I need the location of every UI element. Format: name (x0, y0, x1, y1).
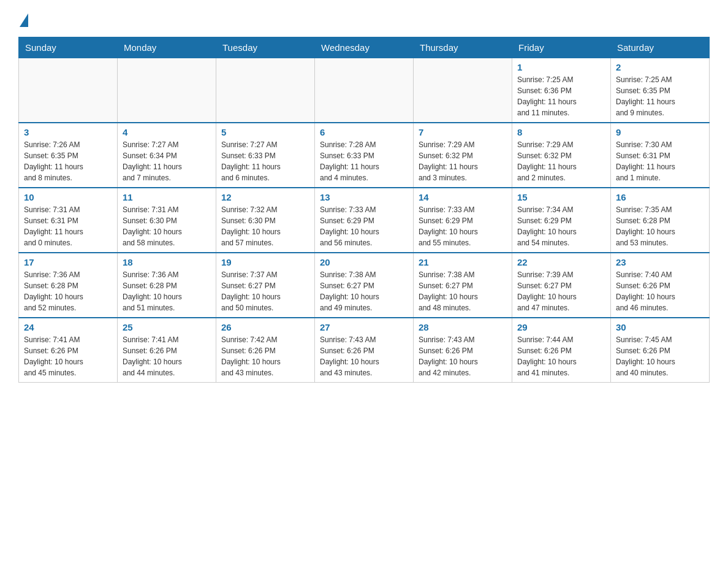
calendar-cell: 29Sunrise: 7:44 AM Sunset: 6:26 PM Dayli… (512, 318, 611, 383)
page-header (18, 12, 710, 27)
day-info: Sunrise: 7:42 AM Sunset: 6:26 PM Dayligh… (221, 334, 309, 378)
calendar-week-row-0: 1Sunrise: 7:25 AM Sunset: 6:36 PM Daylig… (19, 58, 710, 123)
calendar-week-row-3: 17Sunrise: 7:36 AM Sunset: 6:28 PM Dayli… (19, 253, 710, 318)
day-info: Sunrise: 7:38 AM Sunset: 6:27 PM Dayligh… (419, 269, 507, 313)
weekday-header-tuesday: Tuesday (216, 37, 315, 58)
day-info: Sunrise: 7:27 AM Sunset: 6:34 PM Dayligh… (123, 139, 211, 183)
day-info: Sunrise: 7:45 AM Sunset: 6:26 PM Dayligh… (616, 334, 704, 378)
calendar-cell: 15Sunrise: 7:34 AM Sunset: 6:29 PM Dayli… (512, 188, 611, 253)
day-number: 7 (419, 127, 507, 137)
weekday-header-sunday: Sunday (19, 37, 118, 58)
calendar-cell: 14Sunrise: 7:33 AM Sunset: 6:29 PM Dayli… (414, 188, 512, 253)
day-number: 9 (616, 127, 704, 137)
day-info: Sunrise: 7:25 AM Sunset: 6:36 PM Dayligh… (517, 74, 605, 118)
logo-triangle-icon (20, 13, 28, 27)
calendar-cell: 2Sunrise: 7:25 AM Sunset: 6:35 PM Daylig… (611, 58, 710, 123)
weekday-header-friday: Friday (512, 37, 611, 58)
calendar-cell: 20Sunrise: 7:38 AM Sunset: 6:27 PM Dayli… (315, 253, 414, 318)
calendar-cell: 18Sunrise: 7:36 AM Sunset: 6:28 PM Dayli… (118, 253, 216, 318)
day-number: 23 (616, 257, 704, 267)
calendar-cell: 27Sunrise: 7:43 AM Sunset: 6:26 PM Dayli… (315, 318, 414, 383)
day-info: Sunrise: 7:41 AM Sunset: 6:26 PM Dayligh… (123, 334, 211, 378)
calendar-cell (315, 58, 414, 123)
day-number: 10 (24, 192, 112, 202)
calendar-cell (19, 58, 118, 123)
calendar-cell: 23Sunrise: 7:40 AM Sunset: 6:26 PM Dayli… (611, 253, 710, 318)
day-number: 24 (24, 322, 112, 332)
day-info: Sunrise: 7:37 AM Sunset: 6:27 PM Dayligh… (221, 269, 309, 313)
day-info: Sunrise: 7:31 AM Sunset: 6:31 PM Dayligh… (24, 204, 112, 248)
day-info: Sunrise: 7:27 AM Sunset: 6:33 PM Dayligh… (221, 139, 309, 183)
calendar-cell: 1Sunrise: 7:25 AM Sunset: 6:36 PM Daylig… (512, 58, 611, 123)
day-number: 25 (123, 322, 211, 332)
calendar-cell: 12Sunrise: 7:32 AM Sunset: 6:30 PM Dayli… (216, 188, 315, 253)
calendar-cell: 4Sunrise: 7:27 AM Sunset: 6:34 PM Daylig… (118, 123, 216, 188)
calendar-cell: 26Sunrise: 7:42 AM Sunset: 6:26 PM Dayli… (216, 318, 315, 383)
day-info: Sunrise: 7:28 AM Sunset: 6:33 PM Dayligh… (320, 139, 408, 183)
calendar-table: SundayMondayTuesdayWednesdayThursdayFrid… (18, 37, 710, 383)
calendar-cell (414, 58, 512, 123)
day-number: 13 (320, 192, 408, 202)
calendar-cell: 22Sunrise: 7:39 AM Sunset: 6:27 PM Dayli… (512, 253, 611, 318)
day-info: Sunrise: 7:38 AM Sunset: 6:27 PM Dayligh… (320, 269, 408, 313)
weekday-header-thursday: Thursday (414, 37, 512, 58)
calendar-cell: 11Sunrise: 7:31 AM Sunset: 6:30 PM Dayli… (118, 188, 216, 253)
day-number: 22 (517, 257, 605, 267)
calendar-cell: 7Sunrise: 7:29 AM Sunset: 6:32 PM Daylig… (414, 123, 512, 188)
calendar-cell: 13Sunrise: 7:33 AM Sunset: 6:29 PM Dayli… (315, 188, 414, 253)
logo (18, 12, 29, 27)
day-number: 30 (616, 322, 704, 332)
day-info: Sunrise: 7:39 AM Sunset: 6:27 PM Dayligh… (517, 269, 605, 313)
day-number: 2 (616, 62, 704, 72)
day-number: 14 (419, 192, 507, 202)
day-info: Sunrise: 7:36 AM Sunset: 6:28 PM Dayligh… (24, 269, 112, 313)
calendar-cell: 3Sunrise: 7:26 AM Sunset: 6:35 PM Daylig… (19, 123, 118, 188)
calendar-cell: 17Sunrise: 7:36 AM Sunset: 6:28 PM Dayli… (19, 253, 118, 318)
weekday-header-wednesday: Wednesday (315, 37, 414, 58)
day-info: Sunrise: 7:26 AM Sunset: 6:35 PM Dayligh… (24, 139, 112, 183)
day-info: Sunrise: 7:44 AM Sunset: 6:26 PM Dayligh… (517, 334, 605, 378)
day-number: 5 (221, 127, 309, 137)
weekday-header-monday: Monday (118, 37, 216, 58)
day-info: Sunrise: 7:33 AM Sunset: 6:29 PM Dayligh… (320, 204, 408, 248)
day-number: 18 (123, 257, 211, 267)
calendar-week-row-2: 10Sunrise: 7:31 AM Sunset: 6:31 PM Dayli… (19, 188, 710, 253)
calendar-cell (118, 58, 216, 123)
day-number: 8 (517, 127, 605, 137)
day-info: Sunrise: 7:40 AM Sunset: 6:26 PM Dayligh… (616, 269, 704, 313)
day-number: 19 (221, 257, 309, 267)
day-info: Sunrise: 7:33 AM Sunset: 6:29 PM Dayligh… (419, 204, 507, 248)
calendar-cell: 10Sunrise: 7:31 AM Sunset: 6:31 PM Dayli… (19, 188, 118, 253)
day-info: Sunrise: 7:43 AM Sunset: 6:26 PM Dayligh… (419, 334, 507, 378)
day-number: 26 (221, 322, 309, 332)
day-number: 20 (320, 257, 408, 267)
day-info: Sunrise: 7:32 AM Sunset: 6:30 PM Dayligh… (221, 204, 309, 248)
day-info: Sunrise: 7:31 AM Sunset: 6:30 PM Dayligh… (123, 204, 211, 248)
calendar-cell: 19Sunrise: 7:37 AM Sunset: 6:27 PM Dayli… (216, 253, 315, 318)
day-info: Sunrise: 7:43 AM Sunset: 6:26 PM Dayligh… (320, 334, 408, 378)
day-number: 6 (320, 127, 408, 137)
calendar-cell: 21Sunrise: 7:38 AM Sunset: 6:27 PM Dayli… (414, 253, 512, 318)
day-info: Sunrise: 7:25 AM Sunset: 6:35 PM Dayligh… (616, 74, 704, 118)
calendar-cell (216, 58, 315, 123)
calendar-cell: 28Sunrise: 7:43 AM Sunset: 6:26 PM Dayli… (414, 318, 512, 383)
day-number: 11 (123, 192, 211, 202)
day-number: 4 (123, 127, 211, 137)
day-number: 12 (221, 192, 309, 202)
day-number: 1 (517, 62, 605, 72)
day-info: Sunrise: 7:36 AM Sunset: 6:28 PM Dayligh… (123, 269, 211, 313)
calendar-cell: 16Sunrise: 7:35 AM Sunset: 6:28 PM Dayli… (611, 188, 710, 253)
day-number: 29 (517, 322, 605, 332)
weekday-header-saturday: Saturday (611, 37, 710, 58)
day-number: 3 (24, 127, 112, 137)
day-info: Sunrise: 7:29 AM Sunset: 6:32 PM Dayligh… (419, 139, 507, 183)
day-number: 17 (24, 257, 112, 267)
calendar-cell: 30Sunrise: 7:45 AM Sunset: 6:26 PM Dayli… (611, 318, 710, 383)
calendar-week-row-4: 24Sunrise: 7:41 AM Sunset: 6:26 PM Dayli… (19, 318, 710, 383)
calendar-cell: 6Sunrise: 7:28 AM Sunset: 6:33 PM Daylig… (315, 123, 414, 188)
calendar-cell: 8Sunrise: 7:29 AM Sunset: 6:32 PM Daylig… (512, 123, 611, 188)
day-number: 21 (419, 257, 507, 267)
day-number: 28 (419, 322, 507, 332)
day-info: Sunrise: 7:29 AM Sunset: 6:32 PM Dayligh… (517, 139, 605, 183)
calendar-cell: 24Sunrise: 7:41 AM Sunset: 6:26 PM Dayli… (19, 318, 118, 383)
